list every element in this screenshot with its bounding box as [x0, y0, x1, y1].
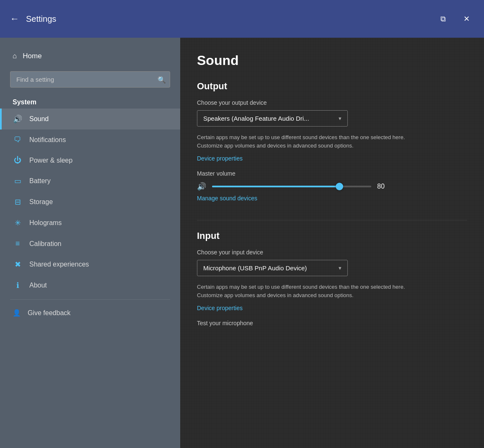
- title-bar: ← Settings ⧉ ✕: [0, 0, 484, 38]
- storage-icon: ⊟: [13, 197, 23, 207]
- sidebar-home-label: Home: [23, 52, 41, 60]
- output-device-value: Speakers (Analog Feature Audio Dri...: [203, 115, 309, 122]
- sidebar-feedback-label: Give feedback: [28, 309, 70, 317]
- volume-slider-fill: [212, 186, 339, 187]
- search-input[interactable]: [10, 71, 170, 88]
- input-device-dropdown[interactable]: Microphone (USB PnP Audio Device) ▾: [197, 260, 348, 276]
- volume-slider-thumb[interactable]: [336, 183, 343, 190]
- input-device-value: Microphone (USB PnP Audio Device): [203, 264, 307, 272]
- chevron-down-icon: ▾: [339, 115, 342, 122]
- sidebar-item-holograms-label: Holograms: [29, 219, 62, 227]
- sidebar-item-battery[interactable]: ▭ Battery: [0, 171, 180, 192]
- section-divider: [197, 220, 467, 220]
- app-title: Settings: [26, 14, 435, 24]
- volume-slider[interactable]: [212, 186, 371, 187]
- notifications-icon: 🗨: [13, 135, 23, 144]
- input-info-text: Certain apps may be set up to use differ…: [197, 283, 432, 299]
- main-content: ⌂ Home 🔍 System 🔊 Sound 🗨 Notifications …: [0, 38, 484, 448]
- feedback-icon: 👤: [13, 309, 21, 317]
- master-volume-label: Master volume: [197, 170, 467, 177]
- back-button[interactable]: ←: [10, 13, 19, 24]
- chevron-down-icon-input: ▾: [339, 265, 342, 271]
- manage-sound-devices-link[interactable]: Manage sound devices: [197, 195, 257, 202]
- sidebar: ⌂ Home 🔍 System 🔊 Sound 🗨 Notifications …: [0, 38, 180, 448]
- sidebar-item-sound-label: Sound: [29, 115, 49, 123]
- sidebar-item-notifications-label: Notifications: [29, 136, 66, 144]
- sidebar-item-calibration-label: Calibration: [29, 240, 61, 248]
- volume-row: 🔊 80: [197, 182, 467, 191]
- window-mode-button[interactable]: ⧉: [435, 11, 450, 26]
- calibration-icon: ≡: [13, 239, 23, 248]
- input-device-properties-link[interactable]: Device properties: [197, 305, 243, 311]
- sidebar-item-storage[interactable]: ⊟ Storage: [0, 192, 180, 212]
- search-container: 🔍: [10, 71, 170, 88]
- page-title: Sound: [197, 53, 467, 68]
- shared-icon: ✖: [13, 260, 23, 269]
- close-button[interactable]: ✕: [459, 11, 474, 26]
- home-icon: ⌂: [13, 52, 17, 60]
- sidebar-item-sound[interactable]: 🔊 Sound: [0, 109, 180, 129]
- window-controls: ⧉ ✕: [435, 11, 474, 26]
- search-icon-button[interactable]: 🔍: [158, 75, 166, 83]
- sidebar-item-calibration[interactable]: ≡ Calibration: [0, 233, 180, 254]
- sidebar-item-power-label: Power & sleep: [29, 157, 72, 164]
- about-icon: ℹ: [13, 281, 23, 290]
- sidebar-item-about-label: About: [29, 282, 47, 289]
- sidebar-item-notifications[interactable]: 🗨 Notifications: [0, 129, 180, 150]
- test-mic-label: Test your microphone: [197, 320, 467, 326]
- sidebar-item-holograms[interactable]: ✳ Holograms: [0, 212, 180, 233]
- sidebar-feedback[interactable]: 👤 Give feedback: [0, 303, 180, 323]
- sidebar-item-storage-label: Storage: [29, 198, 53, 206]
- sidebar-item-battery-label: Battery: [29, 177, 51, 185]
- section-label: System: [0, 95, 180, 109]
- output-device-properties-link[interactable]: Device properties: [197, 155, 243, 162]
- battery-icon: ▭: [13, 176, 23, 186]
- sidebar-item-shared[interactable]: ✖ Shared experiences: [0, 254, 180, 275]
- sidebar-item-about[interactable]: ℹ About: [0, 275, 180, 296]
- power-icon: ⏻: [13, 156, 23, 165]
- sidebar-item-home[interactable]: ⌂ Home: [0, 46, 180, 66]
- sidebar-item-shared-label: Shared experiences: [29, 261, 89, 268]
- holograms-icon: ✳: [13, 218, 23, 228]
- sound-icon: 🔊: [13, 114, 23, 124]
- content-panel: Sound Output Choose your output device S…: [180, 38, 484, 448]
- output-device-label: Choose your output device: [197, 99, 467, 106]
- sidebar-item-power[interactable]: ⏻ Power & sleep: [0, 150, 180, 171]
- sidebar-divider: [10, 299, 170, 300]
- volume-icon: 🔊: [197, 182, 206, 191]
- input-section-title: Input: [197, 230, 467, 241]
- volume-value: 80: [377, 183, 390, 190]
- output-device-dropdown[interactable]: Speakers (Analog Feature Audio Dri... ▾: [197, 110, 348, 127]
- output-info-text: Certain apps may be set up to use differ…: [197, 133, 432, 150]
- input-device-label: Choose your input device: [197, 249, 467, 256]
- output-section-title: Output: [197, 81, 467, 92]
